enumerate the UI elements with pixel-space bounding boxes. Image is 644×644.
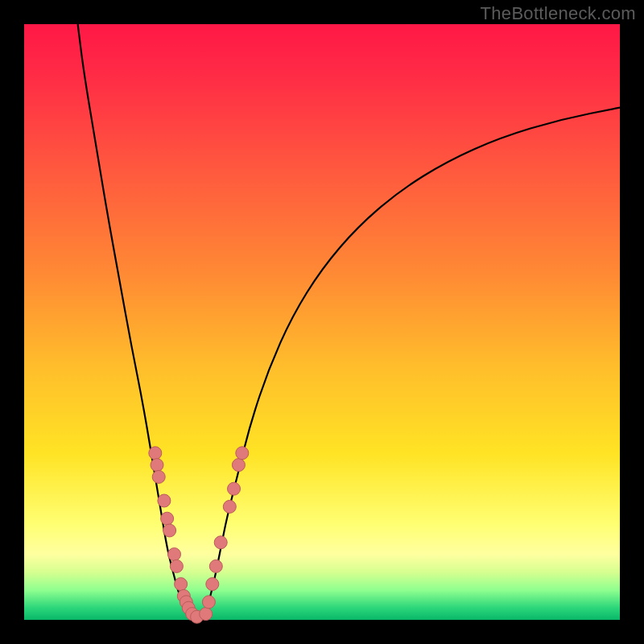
data-marker [170,559,183,572]
data-marker [175,578,188,591]
data-marker [206,578,219,591]
data-marker [214,536,227,549]
data-marker [209,559,222,572]
plot-area [24,24,620,620]
data-marker [168,548,181,561]
data-marker [236,447,249,460]
watermark-text: TheBottleneck.com [481,3,636,24]
data-marker [223,500,236,513]
data-marker [202,596,215,609]
data-marker [161,512,174,525]
data-marker [200,608,213,621]
data-marker [151,459,163,472]
data-marker [228,482,241,495]
chart-frame: TheBottleneck.com [0,0,644,644]
data-marker [158,494,171,507]
bottleneck-curve-right [203,108,620,620]
data-marker [152,470,165,483]
data-marker [163,524,176,537]
data-marker [232,459,245,472]
curve-layer [24,24,620,620]
marker-group [149,447,249,624]
data-marker [149,447,162,460]
